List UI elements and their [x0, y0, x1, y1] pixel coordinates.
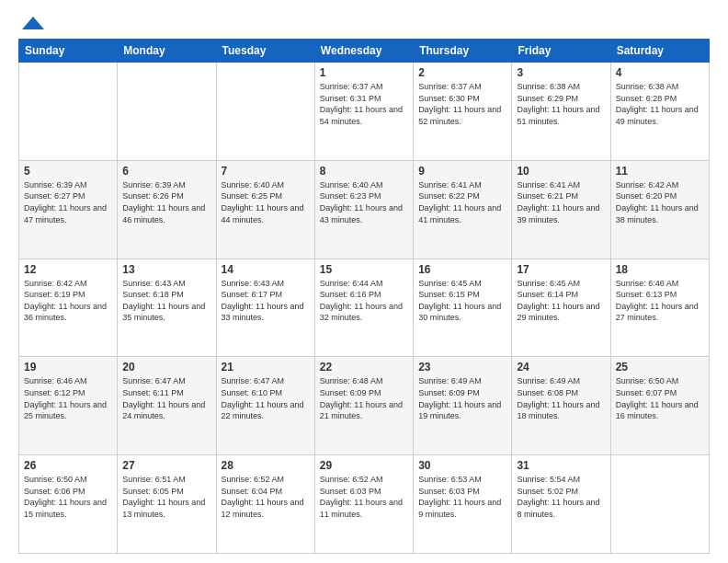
calendar-week-row: 26Sunrise: 6:50 AM Sunset: 6:06 PM Dayli…	[19, 455, 710, 554]
day-detail: Sunrise: 6:49 AM Sunset: 6:09 PM Dayligh…	[418, 375, 506, 421]
calendar-week-row: 19Sunrise: 6:46 AM Sunset: 6:12 PM Dayli…	[19, 357, 710, 455]
day-detail: Sunrise: 6:42 AM Sunset: 6:20 PM Dayligh…	[616, 179, 704, 225]
day-number: 31	[517, 459, 605, 472]
table-row: 9Sunrise: 6:41 AM Sunset: 6:22 PM Daylig…	[414, 160, 512, 259]
table-row: 24Sunrise: 6:49 AM Sunset: 6:08 PM Dayli…	[512, 357, 610, 455]
day-number: 15	[320, 263, 408, 276]
day-detail: Sunrise: 6:41 AM Sunset: 6:21 PM Dayligh…	[517, 179, 605, 225]
day-detail: Sunrise: 6:47 AM Sunset: 6:11 PM Dayligh…	[122, 375, 210, 421]
table-row	[19, 63, 118, 161]
day-detail: Sunrise: 6:44 AM Sunset: 6:16 PM Dayligh…	[320, 278, 408, 324]
table-row: 30Sunrise: 6:53 AM Sunset: 6:03 PM Dayli…	[414, 455, 512, 554]
day-number: 7	[222, 165, 310, 178]
day-number: 24	[517, 361, 605, 373]
calendar: Sunday Monday Tuesday Wednesday Thursday…	[18, 39, 710, 554]
day-number: 10	[517, 165, 605, 178]
day-number: 21	[222, 361, 310, 373]
day-number: 27	[122, 459, 210, 472]
day-detail: Sunrise: 6:47 AM Sunset: 6:10 PM Dayligh…	[222, 375, 310, 421]
col-saturday: Saturday	[610, 40, 709, 63]
day-detail: Sunrise: 6:42 AM Sunset: 6:19 PM Dayligh…	[24, 278, 112, 324]
day-number: 9	[418, 165, 506, 178]
table-row: 1Sunrise: 6:37 AM Sunset: 6:31 PM Daylig…	[314, 63, 413, 161]
table-row: 7Sunrise: 6:40 AM Sunset: 6:25 PM Daylig…	[216, 160, 314, 259]
day-number: 2	[418, 66, 506, 79]
col-tuesday: Tuesday	[216, 40, 314, 63]
day-number: 30	[418, 459, 506, 472]
day-number: 22	[320, 361, 408, 373]
logo-icon	[20, 15, 46, 31]
calendar-week-row: 5Sunrise: 6:39 AM Sunset: 6:27 PM Daylig…	[19, 160, 710, 259]
table-row: 19Sunrise: 6:46 AM Sunset: 6:12 PM Dayli…	[19, 357, 118, 455]
day-number: 26	[24, 459, 112, 472]
table-row: 16Sunrise: 6:45 AM Sunset: 6:15 PM Dayli…	[414, 259, 512, 357]
table-row: 15Sunrise: 6:44 AM Sunset: 6:16 PM Dayli…	[314, 259, 413, 357]
day-detail: Sunrise: 6:39 AM Sunset: 6:26 PM Dayligh…	[122, 179, 210, 225]
day-detail: Sunrise: 6:46 AM Sunset: 6:12 PM Dayligh…	[24, 375, 112, 421]
svg-marker-0	[22, 17, 44, 29]
day-number: 11	[616, 165, 704, 178]
day-detail: Sunrise: 6:41 AM Sunset: 6:22 PM Dayligh…	[418, 179, 506, 225]
table-row: 21Sunrise: 6:47 AM Sunset: 6:10 PM Dayli…	[216, 357, 314, 455]
calendar-week-row: 1Sunrise: 6:37 AM Sunset: 6:31 PM Daylig…	[19, 63, 710, 161]
day-detail: Sunrise: 6:37 AM Sunset: 6:31 PM Dayligh…	[320, 81, 408, 127]
table-row: 5Sunrise: 6:39 AM Sunset: 6:27 PM Daylig…	[19, 160, 118, 259]
table-row: 2Sunrise: 6:37 AM Sunset: 6:30 PM Daylig…	[414, 63, 512, 161]
day-number: 18	[616, 263, 704, 276]
day-number: 23	[418, 361, 506, 373]
day-detail: Sunrise: 6:40 AM Sunset: 6:23 PM Dayligh…	[320, 179, 408, 225]
day-number: 8	[320, 165, 408, 178]
day-detail: Sunrise: 6:45 AM Sunset: 6:14 PM Dayligh…	[517, 278, 605, 324]
table-row: 4Sunrise: 6:38 AM Sunset: 6:28 PM Daylig…	[610, 63, 709, 161]
table-row: 28Sunrise: 6:52 AM Sunset: 6:04 PM Dayli…	[216, 455, 314, 554]
day-detail: Sunrise: 5:54 AM Sunset: 5:02 PM Dayligh…	[517, 474, 605, 520]
day-detail: Sunrise: 6:49 AM Sunset: 6:08 PM Dayligh…	[517, 375, 605, 421]
table-row: 26Sunrise: 6:50 AM Sunset: 6:06 PM Dayli…	[19, 455, 118, 554]
day-detail: Sunrise: 6:43 AM Sunset: 6:18 PM Dayligh…	[122, 278, 210, 324]
col-friday: Friday	[512, 40, 610, 63]
day-number: 29	[320, 459, 408, 472]
day-number: 12	[24, 263, 112, 276]
day-number: 6	[122, 165, 210, 178]
calendar-week-row: 12Sunrise: 6:42 AM Sunset: 6:19 PM Dayli…	[19, 259, 710, 357]
day-detail: Sunrise: 6:38 AM Sunset: 6:28 PM Dayligh…	[616, 81, 704, 127]
page: Sunday Monday Tuesday Wednesday Thursday…	[0, 0, 728, 563]
table-row: 13Sunrise: 6:43 AM Sunset: 6:18 PM Dayli…	[118, 259, 216, 357]
table-row: 11Sunrise: 6:42 AM Sunset: 6:20 PM Dayli…	[610, 160, 709, 259]
day-detail: Sunrise: 6:39 AM Sunset: 6:27 PM Dayligh…	[24, 179, 112, 225]
table-row: 3Sunrise: 6:38 AM Sunset: 6:29 PM Daylig…	[512, 63, 610, 161]
table-row: 27Sunrise: 6:51 AM Sunset: 6:05 PM Dayli…	[118, 455, 216, 554]
header	[18, 15, 710, 31]
day-detail: Sunrise: 6:46 AM Sunset: 6:13 PM Dayligh…	[616, 278, 704, 324]
day-detail: Sunrise: 6:40 AM Sunset: 6:25 PM Dayligh…	[222, 179, 310, 225]
logo	[18, 15, 46, 31]
day-detail: Sunrise: 6:45 AM Sunset: 6:15 PM Dayligh…	[418, 278, 506, 324]
day-detail: Sunrise: 6:48 AM Sunset: 6:09 PM Dayligh…	[320, 375, 408, 421]
table-row	[610, 455, 709, 554]
day-number: 28	[222, 459, 310, 472]
day-number: 5	[24, 165, 112, 178]
day-detail: Sunrise: 6:51 AM Sunset: 6:05 PM Dayligh…	[122, 474, 210, 520]
calendar-header-row: Sunday Monday Tuesday Wednesday Thursday…	[19, 40, 710, 63]
day-detail: Sunrise: 6:37 AM Sunset: 6:30 PM Dayligh…	[418, 81, 506, 127]
table-row	[216, 63, 314, 161]
col-sunday: Sunday	[19, 40, 118, 63]
day-number: 4	[616, 66, 704, 79]
day-number: 19	[24, 361, 112, 373]
table-row: 14Sunrise: 6:43 AM Sunset: 6:17 PM Dayli…	[216, 259, 314, 357]
day-number: 16	[418, 263, 506, 276]
table-row: 12Sunrise: 6:42 AM Sunset: 6:19 PM Dayli…	[19, 259, 118, 357]
table-row: 29Sunrise: 6:52 AM Sunset: 6:03 PM Dayli…	[314, 455, 413, 554]
day-number: 14	[222, 263, 310, 276]
col-thursday: Thursday	[414, 40, 512, 63]
day-detail: Sunrise: 6:52 AM Sunset: 6:04 PM Dayligh…	[222, 474, 310, 520]
day-number: 3	[517, 66, 605, 79]
col-monday: Monday	[118, 40, 216, 63]
table-row: 10Sunrise: 6:41 AM Sunset: 6:21 PM Dayli…	[512, 160, 610, 259]
day-number: 25	[616, 361, 704, 373]
day-number: 1	[320, 66, 408, 79]
col-wednesday: Wednesday	[314, 40, 413, 63]
day-detail: Sunrise: 6:38 AM Sunset: 6:29 PM Dayligh…	[517, 81, 605, 127]
table-row: 25Sunrise: 6:50 AM Sunset: 6:07 PM Dayli…	[610, 357, 709, 455]
day-number: 20	[122, 361, 210, 373]
